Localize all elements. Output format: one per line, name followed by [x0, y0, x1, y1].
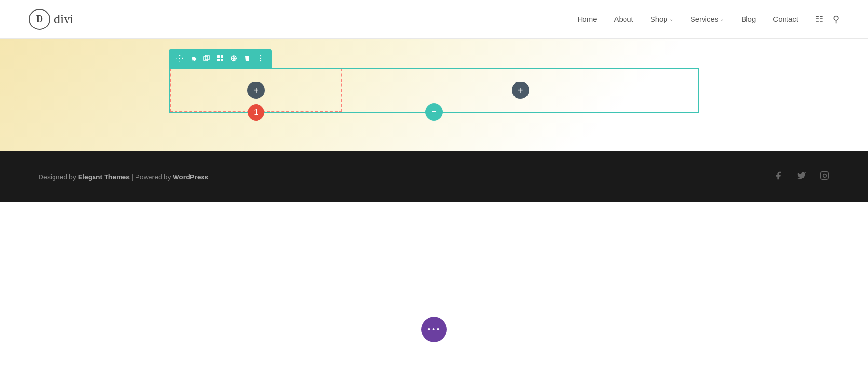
facebook-icon[interactable] [773, 171, 783, 183]
svg-rect-4 [217, 59, 220, 61]
add-module-button-right[interactable]: + [512, 82, 529, 99]
logo-name: divi [54, 12, 73, 27]
column-left: + 1 [170, 69, 342, 112]
chevron-down-icon: ⌄ [669, 16, 673, 22]
nav-item-services[interactable]: Services ⌄ [691, 15, 724, 23]
nav-label-home: Home [577, 15, 597, 23]
nav-label-contact: Contact [773, 15, 798, 23]
elegant-themes-link[interactable]: Elegant Themes [78, 173, 130, 181]
main-content-area: + 1 + + [0, 39, 868, 151]
nav-item-shop[interactable]: Shop ⌄ [651, 15, 673, 23]
below-footer-area: ••• [0, 202, 868, 366]
svg-point-10 [260, 60, 261, 61]
nav-label-shop: Shop [651, 15, 667, 23]
nav-item-about[interactable]: About [614, 15, 633, 23]
svg-rect-11 [821, 172, 829, 180]
svg-rect-2 [217, 55, 220, 58]
nav-item-home[interactable]: Home [577, 15, 597, 23]
nav-label-services: Services [691, 15, 719, 23]
move-icon[interactable] [174, 52, 186, 65]
settings-icon[interactable] [187, 52, 200, 65]
chevron-down-icon: ⌄ [720, 16, 724, 22]
nav-item-contact[interactable]: Contact [773, 15, 798, 23]
nav-item-blog[interactable]: Blog [741, 15, 756, 23]
svg-point-8 [260, 55, 261, 56]
header-icons: ☷ ⚲ [815, 14, 839, 25]
footer-credit: Designed by Elegant Themes | Powered by … [39, 173, 208, 181]
nav-label-blog: Blog [741, 15, 756, 23]
site-header: D divi Home About Shop ⌄ Services ⌄ Blog… [0, 0, 868, 39]
footer-social [773, 171, 829, 183]
duplicate-icon[interactable] [201, 52, 213, 65]
twitter-icon[interactable] [797, 171, 806, 183]
column-right: + [342, 69, 698, 112]
builder-row: + 1 + + [169, 68, 699, 113]
visibility-icon[interactable] [228, 52, 240, 65]
svg-point-9 [260, 58, 261, 59]
site-footer: Designed by Elegant Themes | Powered by … [0, 151, 868, 202]
cart-icon[interactable]: ☷ [815, 14, 823, 25]
step-badge: 1 [248, 104, 264, 121]
instagram-icon[interactable] [820, 171, 829, 183]
add-row-plus-icon[interactable]: + [425, 103, 443, 121]
svg-rect-3 [221, 55, 223, 58]
search-icon[interactable]: ⚲ [833, 14, 839, 25]
builder-container: + 1 + + [169, 68, 699, 113]
floating-menu-button[interactable]: ••• [421, 317, 447, 342]
nav-label-about: About [614, 15, 633, 23]
row-toolbar [169, 49, 272, 68]
delete-icon[interactable] [241, 52, 254, 65]
add-row-button[interactable]: + [425, 103, 443, 121]
add-module-button-left[interactable]: + [247, 82, 265, 99]
main-nav: Home About Shop ⌄ Services ⌄ Blog Contac… [577, 14, 839, 25]
wordpress-link[interactable]: WordPress [173, 173, 208, 181]
layout-icon[interactable] [214, 52, 227, 65]
logo-circle-icon: D [29, 9, 50, 30]
svg-rect-5 [221, 59, 223, 61]
more-options-icon[interactable] [255, 52, 267, 65]
logo[interactable]: D divi [29, 9, 73, 30]
